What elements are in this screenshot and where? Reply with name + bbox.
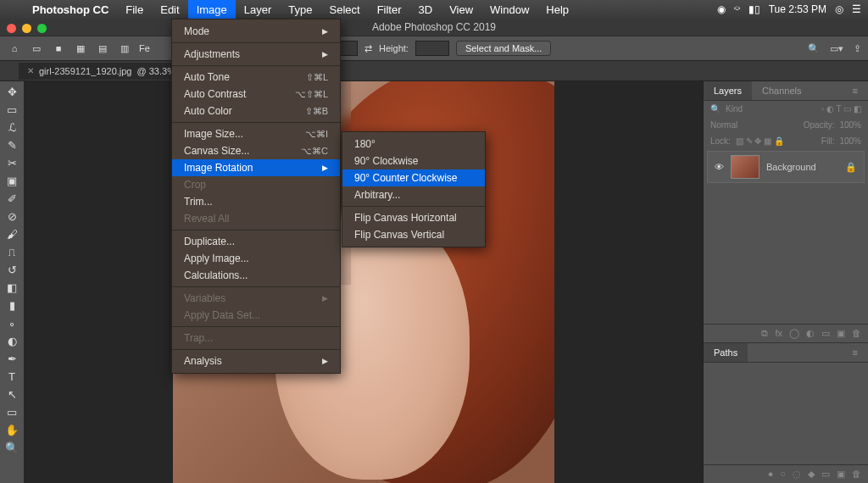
menu-auto-contrast[interactable]: Auto Contrast⌥⇧⌘L (172, 86, 340, 103)
menu-calculations[interactable]: Calculations... (172, 267, 340, 284)
new-layer-icon[interactable]: ▣ (837, 328, 845, 339)
menu-filter[interactable]: Filter (369, 0, 410, 19)
eraser-tool-icon[interactable]: ◧ (2, 279, 22, 297)
adjustment-icon[interactable]: ◐ (806, 328, 815, 339)
fill-value[interactable]: 100% (839, 136, 861, 146)
menu-rotate-90-ccw[interactable]: 90° Counter Clockwise (342, 169, 485, 186)
menu-trim[interactable]: Trim... (172, 193, 340, 210)
history-brush-tool-icon[interactable]: ↺ (2, 261, 22, 279)
lock-icon[interactable]: 🔒 (845, 162, 857, 173)
stamp-tool-icon[interactable]: ⎍ (2, 243, 22, 261)
close-tab-icon[interactable]: ✕ (27, 66, 34, 75)
fx-icon[interactable]: fx (775, 328, 782, 339)
wifi-icon[interactable]: ⌔ (734, 3, 740, 15)
sel-mode-add-icon[interactable]: ▦ (73, 41, 88, 56)
menu-flip-vertical[interactable]: Flip Canvas Vertical (342, 226, 485, 243)
menu-rotate-180[interactable]: 180° (342, 136, 485, 153)
link-layers-icon[interactable]: ⧉ (761, 328, 768, 339)
lasso-tool-icon[interactable]: ℒ (2, 119, 22, 136)
tab-layers[interactable]: Layers (704, 81, 752, 100)
path-to-sel-icon[interactable]: ◌ (793, 469, 801, 480)
opacity-value[interactable]: 100% (839, 120, 861, 130)
menu-rotate-90-cw[interactable]: 90° Clockwise (342, 153, 485, 169)
menu-type[interactable]: Type (280, 0, 320, 19)
home-icon[interactable]: ⌂ (7, 41, 22, 56)
fill-path-icon[interactable]: ● (768, 469, 774, 480)
paths-menu-icon[interactable]: ≡ (843, 343, 868, 362)
dodge-tool-icon[interactable]: ◐ (2, 332, 22, 350)
tab-channels[interactable]: Channels (752, 81, 811, 100)
menu-canvas-size[interactable]: Canvas Size...⌥⌘C (172, 142, 340, 159)
sel-mode-int-icon[interactable]: ▥ (117, 41, 132, 56)
sel-mode-sub-icon[interactable]: ▤ (95, 41, 110, 56)
menu-adjustments[interactable]: Adjustments▶ (172, 46, 340, 63)
group-icon[interactable]: ▭ (821, 328, 830, 339)
app-name[interactable]: Photoshop CC (24, 3, 117, 16)
shape-tool-icon[interactable]: ▭ (2, 403, 22, 421)
document-tab[interactable]: ✕ girl-2359121_1920.jpg @ 33.3% (19, 63, 184, 80)
layer-row-background[interactable]: 👁 Background 🔒 (707, 151, 865, 183)
menu-window[interactable]: Window (481, 0, 537, 19)
marquee-tool-icon[interactable]: ▭ (29, 41, 44, 56)
menu-image[interactable]: Image (188, 0, 236, 19)
menu-analysis[interactable]: Analysis▶ (172, 353, 340, 369)
layer-kind-filter[interactable]: Kind (726, 104, 743, 114)
cloud-icon[interactable]: ◉ (717, 3, 726, 15)
select-and-mask-button[interactable]: Select and Mask... (456, 41, 552, 56)
blur-tool-icon[interactable]: ∘ (2, 314, 22, 332)
trash-path-icon[interactable]: 🗑 (852, 469, 861, 480)
menu-auto-tone[interactable]: Auto Tone⇧⌘L (172, 69, 340, 86)
menu-view[interactable]: View (441, 0, 481, 19)
menu-edit[interactable]: Edit (152, 0, 187, 19)
menu-duplicate[interactable]: Duplicate... (172, 233, 340, 250)
tab-paths[interactable]: Paths (704, 343, 748, 362)
menubar-clock[interactable]: Tue 2:53 PM (769, 3, 826, 15)
menu-3d[interactable]: 3D (410, 0, 442, 19)
mask-icon[interactable]: ◯ (789, 328, 799, 339)
quick-select-tool-icon[interactable]: ✎ (2, 136, 22, 154)
sel-mode-new-icon[interactable]: ■ (51, 41, 66, 56)
panel-menu-icon[interactable]: ≡ (843, 81, 868, 100)
layer-name[interactable]: Background (766, 162, 816, 172)
minimize-window-button[interactable] (22, 24, 31, 33)
mask-path-icon[interactable]: ▭ (821, 469, 830, 480)
healing-tool-icon[interactable]: ⊘ (2, 208, 22, 225)
new-path-icon[interactable]: ▣ (837, 469, 845, 480)
zoom-tool-icon[interactable]: 🔍 (2, 439, 22, 457)
workspace-icon[interactable]: ▭▾ (830, 43, 843, 54)
blend-mode[interactable]: Normal (710, 120, 737, 130)
menu-mode[interactable]: Mode▶ (172, 23, 340, 40)
height-field[interactable] (415, 41, 449, 56)
path-tool-icon[interactable]: ↖ (2, 386, 22, 403)
brush-tool-icon[interactable]: 🖌 (2, 225, 22, 243)
close-window-button[interactable] (7, 24, 16, 33)
menu-image-size[interactable]: Image Size...⌥⌘I (172, 125, 340, 142)
menu-image-rotation[interactable]: Image Rotation▶ (172, 159, 340, 176)
trash-icon[interactable]: 🗑 (852, 328, 861, 339)
swap-wh-icon[interactable]: ⇄ (364, 43, 372, 54)
battery-icon[interactable]: ▮▯ (748, 3, 760, 15)
pen-tool-icon[interactable]: ✒ (2, 350, 22, 368)
eyedropper-tool-icon[interactable]: ✐ (2, 190, 22, 208)
menu-help[interactable]: Help (537, 0, 577, 19)
menu-flip-horizontal[interactable]: Flip Canvas Horizontal (342, 209, 485, 226)
stroke-path-icon[interactable]: ○ (780, 469, 786, 480)
move-tool-icon[interactable]: ✥ (2, 83, 22, 101)
menu-select[interactable]: Select (320, 0, 368, 19)
menu-auto-color[interactable]: Auto Color⇧⌘B (172, 103, 340, 119)
menu-rotate-arbitrary[interactable]: Arbitrary... (342, 186, 485, 203)
menu-file[interactable]: File (117, 0, 152, 19)
share-icon[interactable]: ⇪ (854, 43, 861, 54)
menu-layer[interactable]: Layer (236, 0, 281, 19)
hand-tool-icon[interactable]: ✋ (2, 421, 22, 439)
crop-tool-icon[interactable]: ✂ (2, 154, 22, 172)
visibility-toggle-icon[interactable]: 👁 (715, 162, 724, 172)
siri-icon[interactable]: ◎ (835, 3, 843, 15)
menu-apply-image[interactable]: Apply Image... (172, 250, 340, 267)
frame-tool-icon[interactable]: ▣ (2, 172, 22, 190)
zoom-window-button[interactable] (37, 24, 47, 33)
layer-thumbnail[interactable] (731, 155, 760, 179)
gradient-tool-icon[interactable]: ▮ (2, 297, 22, 314)
search-icon[interactable]: 🔍 (808, 43, 820, 54)
sel-to-path-icon[interactable]: ◆ (808, 469, 815, 480)
